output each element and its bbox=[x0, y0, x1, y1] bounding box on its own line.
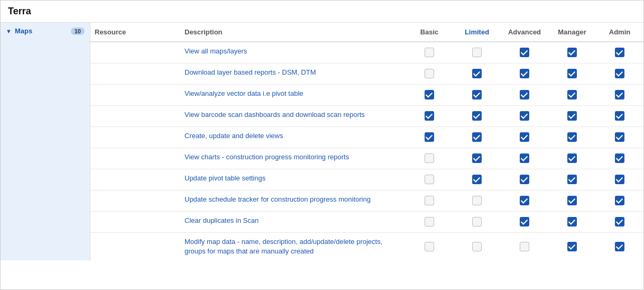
checkbox-cell-admin[interactable] bbox=[596, 106, 643, 127]
checkbox-checked-icon[interactable] bbox=[615, 69, 624, 78]
checkbox-cell-admin[interactable] bbox=[596, 169, 643, 191]
checkbox-checked-icon[interactable] bbox=[520, 48, 529, 57]
checkbox-cell-basic[interactable] bbox=[406, 64, 453, 85]
checkbox-unchecked-icon[interactable] bbox=[472, 242, 482, 251]
checkbox-checked-icon[interactable] bbox=[472, 90, 482, 99]
checkbox-cell-manager[interactable] bbox=[548, 64, 596, 85]
checkbox-cell-limited[interactable] bbox=[453, 64, 501, 85]
checkbox-checked-icon[interactable] bbox=[567, 48, 577, 57]
checkbox-cell-basic[interactable] bbox=[406, 85, 453, 106]
checkbox-unchecked-icon[interactable] bbox=[425, 196, 434, 205]
checkbox-checked-icon[interactable] bbox=[615, 90, 624, 99]
checkbox-cell-limited[interactable] bbox=[453, 233, 501, 261]
checkbox-cell-admin[interactable] bbox=[596, 233, 643, 261]
checkbox-cell-limited[interactable] bbox=[453, 127, 501, 148]
checkbox-cell-advanced[interactable] bbox=[501, 85, 548, 106]
checkbox-checked-icon[interactable] bbox=[567, 175, 577, 184]
checkbox-cell-admin[interactable] bbox=[596, 64, 643, 85]
checkbox-checked-icon[interactable] bbox=[425, 132, 434, 142]
checkbox-unchecked-icon[interactable] bbox=[472, 196, 482, 205]
checkbox-cell-advanced[interactable] bbox=[501, 233, 548, 261]
checkbox-cell-basic[interactable] bbox=[406, 127, 453, 148]
checkbox-cell-basic[interactable] bbox=[406, 212, 453, 233]
checkbox-checked-icon[interactable] bbox=[615, 111, 624, 121]
checkbox-cell-advanced[interactable] bbox=[501, 106, 548, 127]
checkbox-cell-limited[interactable] bbox=[453, 106, 501, 127]
checkbox-cell-manager[interactable] bbox=[548, 191, 596, 212]
checkbox-cell-manager[interactable] bbox=[548, 169, 596, 191]
checkbox-checked-icon[interactable] bbox=[520, 132, 529, 142]
checkbox-checked-icon[interactable] bbox=[567, 90, 577, 99]
checkbox-cell-limited[interactable] bbox=[453, 42, 501, 64]
checkbox-unchecked-icon[interactable] bbox=[425, 153, 434, 163]
checkbox-checked-icon[interactable] bbox=[472, 111, 482, 121]
checkbox-cell-limited[interactable] bbox=[453, 85, 501, 106]
checkbox-unchecked-icon[interactable] bbox=[472, 48, 482, 57]
checkbox-cell-basic[interactable] bbox=[406, 42, 453, 64]
checkbox-checked-icon[interactable] bbox=[615, 132, 624, 142]
sidebar-item-maps[interactable]: ▼ Maps 10 bbox=[1, 23, 90, 39]
checkbox-checked-icon[interactable] bbox=[615, 242, 624, 251]
checkbox-checked-icon[interactable] bbox=[425, 90, 434, 99]
checkbox-cell-advanced[interactable] bbox=[501, 191, 548, 212]
checkbox-cell-advanced[interactable] bbox=[501, 64, 548, 85]
checkbox-unchecked-icon[interactable] bbox=[425, 48, 434, 57]
checkbox-cell-advanced[interactable] bbox=[501, 42, 548, 64]
checkbox-unchecked-icon[interactable] bbox=[520, 242, 529, 251]
checkbox-cell-admin[interactable] bbox=[596, 42, 643, 64]
checkbox-checked-icon[interactable] bbox=[567, 153, 577, 163]
checkbox-checked-icon[interactable] bbox=[615, 217, 624, 226]
checkbox-checked-icon[interactable] bbox=[567, 217, 577, 226]
checkbox-cell-admin[interactable] bbox=[596, 127, 643, 148]
checkbox-cell-admin[interactable] bbox=[596, 85, 643, 106]
checkbox-checked-icon[interactable] bbox=[567, 132, 577, 142]
checkbox-unchecked-icon[interactable] bbox=[425, 242, 434, 251]
checkbox-checked-icon[interactable] bbox=[615, 48, 624, 57]
checkbox-checked-icon[interactable] bbox=[472, 69, 482, 78]
checkbox-checked-icon[interactable] bbox=[567, 196, 577, 205]
checkbox-cell-basic[interactable] bbox=[406, 148, 453, 169]
checkbox-unchecked-icon[interactable] bbox=[425, 175, 434, 184]
checkbox-cell-basic[interactable] bbox=[406, 233, 453, 261]
checkbox-cell-manager[interactable] bbox=[548, 148, 596, 169]
checkbox-cell-advanced[interactable] bbox=[501, 148, 548, 169]
checkbox-checked-icon[interactable] bbox=[520, 196, 529, 205]
checkbox-cell-advanced[interactable] bbox=[501, 212, 548, 233]
checkbox-cell-limited[interactable] bbox=[453, 191, 501, 212]
checkbox-cell-manager[interactable] bbox=[548, 106, 596, 127]
checkbox-unchecked-icon[interactable] bbox=[425, 217, 434, 226]
checkbox-checked-icon[interactable] bbox=[472, 175, 482, 184]
checkbox-checked-icon[interactable] bbox=[615, 196, 624, 205]
checkbox-checked-icon[interactable] bbox=[567, 111, 577, 121]
checkbox-checked-icon[interactable] bbox=[520, 153, 529, 163]
checkbox-cell-manager[interactable] bbox=[548, 85, 596, 106]
checkbox-cell-admin[interactable] bbox=[596, 148, 643, 169]
checkbox-checked-icon[interactable] bbox=[615, 175, 624, 184]
checkbox-cell-admin[interactable] bbox=[596, 212, 643, 233]
checkbox-cell-advanced[interactable] bbox=[501, 127, 548, 148]
checkbox-cell-basic[interactable] bbox=[406, 191, 453, 212]
checkbox-checked-icon[interactable] bbox=[615, 153, 624, 163]
checkbox-cell-limited[interactable] bbox=[453, 169, 501, 191]
checkbox-cell-admin[interactable] bbox=[596, 191, 643, 212]
checkbox-checked-icon[interactable] bbox=[472, 132, 482, 142]
checkbox-cell-manager[interactable] bbox=[548, 42, 596, 64]
checkbox-unchecked-icon[interactable] bbox=[472, 217, 482, 226]
checkbox-checked-icon[interactable] bbox=[520, 175, 529, 184]
checkbox-checked-icon[interactable] bbox=[472, 153, 482, 163]
checkbox-cell-basic[interactable] bbox=[406, 169, 453, 191]
checkbox-cell-basic[interactable] bbox=[406, 106, 453, 127]
checkbox-checked-icon[interactable] bbox=[520, 217, 529, 226]
checkbox-cell-advanced[interactable] bbox=[501, 169, 548, 191]
checkbox-checked-icon[interactable] bbox=[567, 242, 577, 251]
checkbox-cell-manager[interactable] bbox=[548, 127, 596, 148]
checkbox-checked-icon[interactable] bbox=[567, 69, 577, 78]
checkbox-checked-icon[interactable] bbox=[520, 111, 529, 121]
checkbox-checked-icon[interactable] bbox=[425, 111, 434, 121]
checkbox-cell-manager[interactable] bbox=[548, 212, 596, 233]
checkbox-cell-limited[interactable] bbox=[453, 148, 501, 169]
checkbox-cell-limited[interactable] bbox=[453, 212, 501, 233]
checkbox-unchecked-icon[interactable] bbox=[425, 69, 434, 78]
checkbox-checked-icon[interactable] bbox=[520, 69, 529, 78]
checkbox-cell-manager[interactable] bbox=[548, 233, 596, 261]
